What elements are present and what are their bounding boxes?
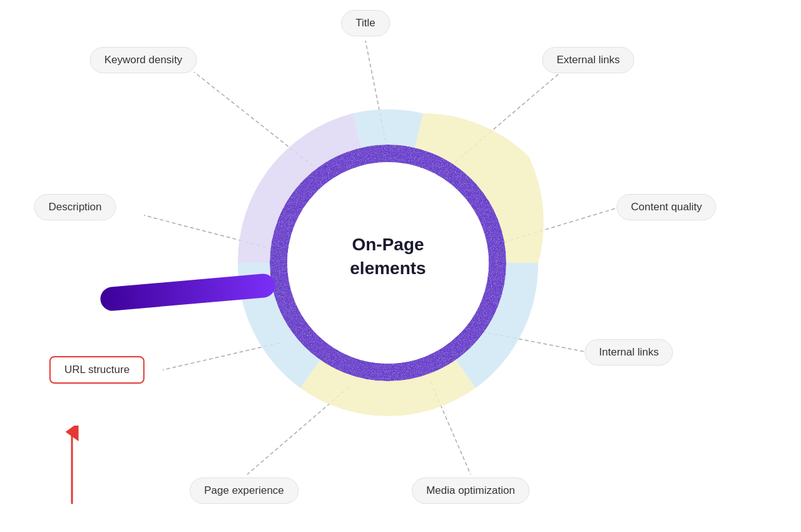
svg-text:On-Page: On-Page — [352, 235, 424, 254]
label-media-optimization: Media optimization — [412, 478, 529, 504]
annotation-arrow — [47, 426, 97, 507]
label-content-quality: Content quality — [616, 194, 716, 220]
svg-text:elements: elements — [350, 258, 426, 278]
label-page-experience: Page experience — [190, 478, 298, 504]
diagram-container: On-Page elements Title External links Co… — [0, 0, 801, 532]
label-title: Title — [341, 10, 390, 36]
label-external-links: External links — [542, 47, 634, 73]
label-url-structure: URL structure — [49, 356, 145, 384]
label-keyword-density: Keyword density — [90, 47, 197, 73]
label-description: Description — [34, 194, 116, 220]
label-internal-links: Internal links — [584, 339, 673, 366]
